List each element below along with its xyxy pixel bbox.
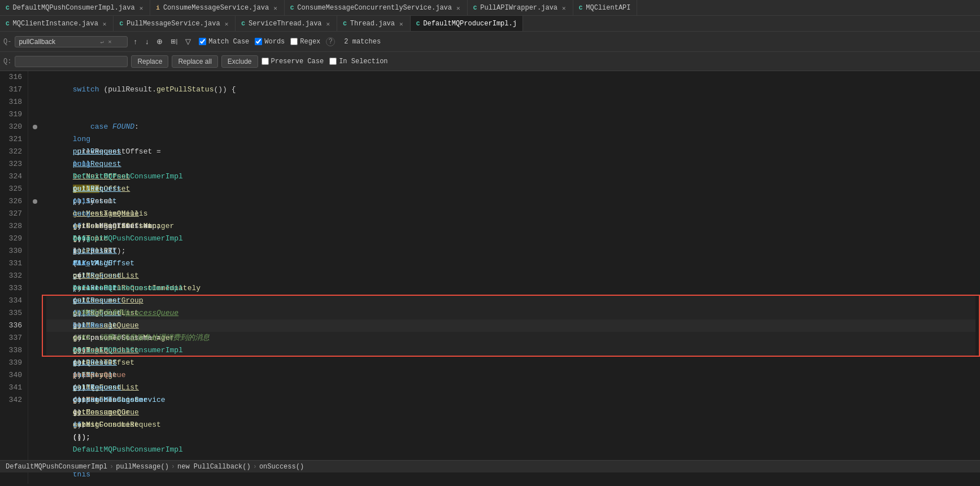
tab-close-s1[interactable]: ✕ (102, 20, 108, 28)
code-line-327: DefaultMQPushConsumerImpl . this . execu… (46, 208, 975, 220)
code-line-341 (46, 382, 975, 394)
code-content[interactable]: switch (pullResult.getPullStatus()) { ca… (42, 71, 980, 484)
tab-close-s3[interactable]: ✕ (325, 20, 332, 28)
gutter-317 (28, 84, 42, 96)
regex-label: Regex (300, 38, 320, 46)
gutter-332 (28, 270, 42, 282)
kw-if-342: if (73, 421, 82, 429)
rest-342: . (73, 483, 77, 484)
in-selection-checkbox[interactable] (329, 58, 337, 65)
code-line-328: } else { (46, 220, 975, 233)
code-line-340: dispatchToConsume ); (46, 369, 975, 382)
gutter-331 (28, 257, 42, 270)
line-num-324: 324 (6, 170, 22, 183)
gutter-318 (28, 96, 42, 108)
code-line-332: pullRequest . getMessageQueue (). getTop… (46, 270, 975, 282)
filter-button[interactable]: ▽ (183, 36, 193, 47)
gutter-333 (28, 282, 42, 295)
gutter-323 (28, 158, 42, 170)
tab-icon-c1: C (6, 5, 10, 11)
sp-342: ( (73, 433, 82, 441)
replace-all-button[interactable]: Replace all (172, 55, 217, 68)
gutter-329 (28, 233, 42, 245)
tab-MQClientAPI[interactable]: C MQClientAPI (573, 0, 637, 16)
tab-close-1[interactable]: ✕ (138, 4, 145, 12)
line-num-339: 339 (6, 357, 22, 369)
search-prev-button[interactable]: ↑ (131, 36, 140, 47)
match-count: 2 matches (344, 38, 381, 46)
line-num-335: 335 (6, 307, 22, 319)
preserve-case-option[interactable]: Preserve Case (262, 58, 324, 65)
regex-checkbox[interactable] (290, 38, 298, 45)
code-line-339: pullRequest . getMessageQueue (), (46, 357, 975, 369)
code-line-338: processQueue , (46, 344, 975, 357)
tab-ConsumeMessageService[interactable]: i ConsumeMessageService.java ✕ (150, 0, 284, 16)
line-num-319: 319 (6, 108, 22, 121)
line-num-330: 330 (6, 245, 22, 257)
match-case-label: Match Case (208, 38, 249, 46)
tab-bar-second: C MQClientInstance.java ✕ C PullMessageS… (0, 16, 980, 32)
line-num-331: 331 (6, 257, 22, 270)
preserve-case-checkbox[interactable] (262, 58, 269, 65)
match-case-option[interactable]: Match Case (199, 38, 249, 46)
tab-ConsumeMessageConcurrentlyService[interactable]: C ConsumeMessageConcurrentlyService.java… (285, 0, 468, 16)
breadcrumb: DefaultMQPushConsumerImpl › pullMessage(… (0, 460, 980, 472)
tab-close-2[interactable]: ✕ (272, 4, 278, 12)
tab-MQClientInstance[interactable]: C MQClientInstance.java ✕ (0, 16, 114, 32)
tab-close-s4[interactable]: ✕ (398, 20, 404, 28)
line-num-322: 322 (6, 146, 22, 158)
tab-icon-c5: C (579, 5, 583, 11)
tab-Thread[interactable]: C Thread.java ✕ (337, 16, 410, 32)
gutter-341 (28, 382, 42, 394)
exclude-button[interactable]: Exclude (221, 55, 258, 68)
line-num-325: 325 (6, 183, 22, 195)
editor-area: 316 317 318 319 320 321 322 323 324 325 … (0, 71, 980, 484)
code-line-331: DefaultMQPushConsumerImpl . this . getCo… (46, 257, 975, 270)
tab-close-3[interactable]: ✕ (455, 4, 461, 12)
gutter-339 (28, 357, 42, 369)
search-next-button[interactable]: ↓ (143, 36, 151, 47)
search-all-button[interactable]: ⊕ (154, 36, 165, 47)
words-option[interactable]: Words (255, 38, 285, 46)
words-checkbox[interactable] (255, 38, 262, 45)
line-num-327: 327 (6, 208, 22, 220)
search-input[interactable] (19, 38, 98, 46)
code-line-337: pullResult . getMsgFoundList (), (46, 332, 975, 344)
tab-PullAPIWrapper[interactable]: C PullAPIWrapper.java ✕ (468, 0, 573, 16)
replace-input[interactable] (19, 58, 115, 65)
tab-DefaultMQPushConsumerImpl[interactable]: C DefaultMQPushConsumerImpl.java ✕ (0, 0, 150, 16)
tab-icon-s3: C (241, 20, 245, 27)
tab-label-5: MQClientAPI (586, 4, 630, 12)
tab-DefaultMQProducerImpl[interactable]: C DefaultMQProducerImpl.j (411, 16, 523, 32)
tab-label-s3: ServiceThread.java (249, 20, 322, 28)
tab-PullMessageService[interactable]: C PullMessageService.java ✕ (114, 16, 236, 32)
search-toggle-button[interactable]: ⊞| (168, 37, 180, 46)
gutter-338 (28, 344, 42, 357)
match-case-checkbox[interactable] (199, 38, 206, 45)
words-label: Words (264, 38, 285, 46)
search-clear-icon[interactable]: ↵ (100, 38, 103, 45)
gutter-327 (28, 208, 42, 220)
replace-button[interactable]: Replace (131, 55, 168, 68)
tab-label-1: DefaultMQPushConsumerImpl.java (13, 4, 135, 12)
tab-close-4[interactable]: ✕ (561, 4, 567, 12)
tab-icon-c3: C (290, 5, 294, 11)
tab-label-2: ConsumeMessageService.java (163, 4, 269, 12)
replace-input-wrapper (15, 56, 128, 67)
line-num-326: 326 (6, 195, 22, 208)
breadcrumb-sep-2: › (171, 463, 175, 471)
in-selection-option[interactable]: In Selection (329, 58, 387, 65)
line-num-338: 338 (6, 344, 22, 357)
breadcrumb-part-1: DefaultMQPushConsumerImpl (6, 463, 107, 471)
help-icon[interactable]: ? (326, 37, 335, 46)
replace-prefix: Q: (3, 58, 11, 65)
tab-label-4: PullAPIWrapper.java (480, 4, 557, 12)
tab-close-s2[interactable]: ✕ (224, 20, 230, 28)
tab-ServiceThread[interactable]: C ServiceThread.java ✕ (236, 16, 337, 32)
indent-342 (73, 408, 108, 417)
regex-option[interactable]: Regex (290, 38, 320, 46)
search-close-icon[interactable]: ✕ (108, 38, 111, 45)
search-options: Match Case Words Regex ? 2 matches (199, 37, 381, 46)
tab-label-s5: DefaultMQProducerImpl.j (423, 20, 517, 28)
gutter-320 (28, 121, 42, 133)
